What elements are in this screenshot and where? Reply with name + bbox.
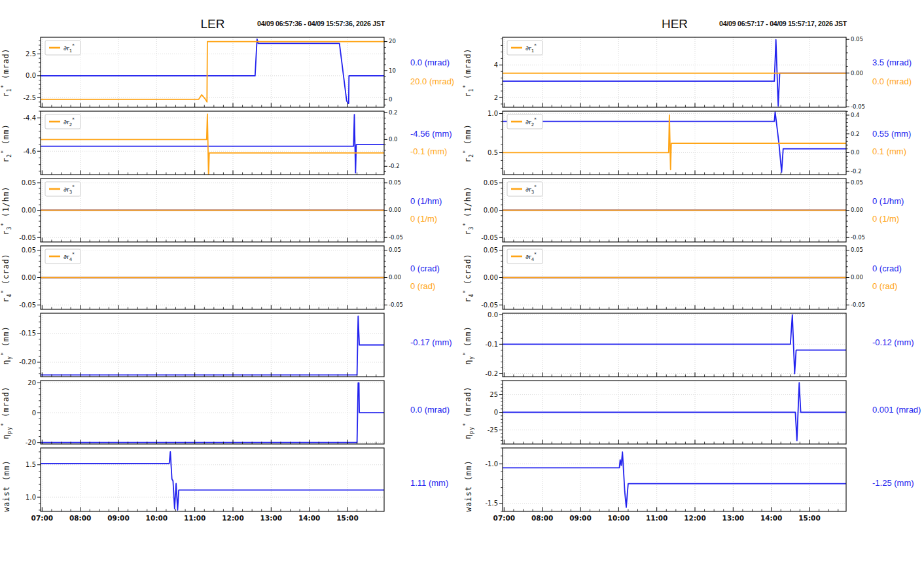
- x-tick-label: 15:00: [798, 514, 820, 522]
- series-her-etay-blue: [503, 315, 846, 373]
- svg-text:-0.2: -0.2: [389, 163, 400, 169]
- panel-ler-r4: r4* (crad)0.050.00-0.050.050.00-0.05∂r4*…: [0, 244, 462, 311]
- svg-text:20: 20: [389, 38, 396, 44]
- svg-text:0.05: 0.05: [22, 247, 36, 254]
- value-readouts-her-etapy: 0.001 (mrad): [868, 379, 924, 446]
- x-tick-label: 13:00: [722, 514, 744, 522]
- svg-text:0.05: 0.05: [389, 179, 401, 186]
- chart-ler-etapy: 200-20: [13, 379, 406, 446]
- her-time-range: 04/09 06:57:17 - 04/09 15:57:17, 2026 JS…: [719, 20, 847, 27]
- svg-text:-0.15: -0.15: [19, 330, 36, 337]
- panel-her-r4: r4* (crad)0.050.00-0.050.050.00-0.05∂r4*…: [462, 244, 924, 311]
- x-tick-label: 11:00: [646, 514, 667, 522]
- svg-text:-0.2: -0.2: [485, 370, 498, 377]
- svg-text:0: 0: [389, 96, 392, 103]
- current-value-blue: -4.56 (mm): [410, 129, 452, 139]
- current-value-orange: 20.0 (mrad): [410, 77, 454, 86]
- svg-text:0.05: 0.05: [851, 179, 863, 186]
- x-tick-label: 10:00: [608, 514, 630, 522]
- x-tick-label: 07:00: [31, 514, 53, 522]
- chart-her-etapy: 250-25: [475, 379, 868, 446]
- panel-her-r1: r1* (mrad)420.050.00-0.05∂r1*3.5 (mrad)0…: [462, 35, 924, 109]
- svg-text:-0.2: -0.2: [851, 168, 862, 175]
- chart-her-etay: 0.0-0.1-0.2: [475, 311, 868, 379]
- y-axis-label-r1: r1* (mrad): [0, 35, 13, 109]
- y-axis-label-etay: ηy* (mm): [0, 311, 13, 379]
- y-axis-label-waist: waist (mm): [0, 446, 13, 525]
- series-her-waist-blue: [503, 452, 846, 507]
- svg-text:0.05: 0.05: [851, 36, 863, 43]
- y-axis-label-r4: r4* (crad): [462, 244, 475, 311]
- value-readouts-her-r1: 3.5 (mrad)0.0 (mrad): [868, 35, 924, 109]
- svg-text:0.2: 0.2: [851, 131, 860, 137]
- panel-ler-etapy: ηpy* (mrad)200-200.0 (mrad): [0, 379, 462, 446]
- series-her-r2-blue: [503, 112, 846, 172]
- y-axis-label-etay: ηy* (mm): [462, 311, 475, 379]
- x-tick-label: 12:00: [222, 514, 243, 522]
- y-axis-label-r2: r2* (mm): [0, 109, 13, 177]
- value-readouts-ler-etapy: 0.0 (mrad): [406, 379, 462, 446]
- svg-text:-4.6: -4.6: [23, 148, 36, 155]
- current-value-orange: 0 (rad): [410, 281, 435, 290]
- ler-time-range: 04/09 06:57:36 - 04/09 15:57:36, 2026 JS…: [257, 20, 385, 27]
- svg-text:-25: -25: [488, 426, 498, 434]
- chart-her-r2: 1.00.50.40.20.0-0.2∂r2*: [475, 109, 868, 177]
- chart-ler-r3: 0.050.00-0.050.050.00-0.05∂r3*: [13, 177, 406, 244]
- current-value-blue: 0.001 (mrad): [872, 405, 921, 415]
- svg-text:-0.05: -0.05: [389, 234, 403, 241]
- series-ler-waist-blue: [41, 452, 384, 510]
- chart-ler-r1: 2.50.0-2.520100∂r1*: [13, 35, 406, 109]
- svg-text:2.5: 2.5: [26, 50, 36, 58]
- chart-ler-r2: -4.4-4.60.20.0-0.2∂r2*: [13, 109, 406, 177]
- svg-text:0.0: 0.0: [488, 311, 498, 318]
- x-tick-label: 13:00: [260, 514, 282, 522]
- y-axis-label-etapy: ηpy* (mrad): [462, 379, 475, 446]
- current-value-blue: 0 (1/hm): [872, 196, 904, 206]
- series-her-etapy-blue: [503, 383, 846, 440]
- current-value-blue: -0.12 (mm): [872, 337, 914, 347]
- panel-her-r2: r2* (mm)1.00.50.40.20.0-0.2∂r2*0.55 (mm)…: [462, 109, 924, 177]
- x-tick-label: 09:00: [107, 514, 129, 522]
- x-tick-label: 08:00: [69, 514, 91, 522]
- ler-header: LER04/09 06:57:36 - 04/09 15:57:36, 2026…: [0, 17, 462, 35]
- value-readouts-her-r3: 0 (1/hm)0 (1/m): [868, 177, 924, 244]
- panel-ler-etay: ηy* (mm)-0.15-0.20-0.17 (mm): [0, 311, 462, 379]
- series-ler-r1-orange: [41, 42, 384, 102]
- svg-text:0.05: 0.05: [22, 179, 36, 186]
- value-readouts-her-r2: 0.55 (mm)0.1 (mm): [868, 109, 924, 177]
- svg-text:0.00: 0.00: [851, 207, 863, 213]
- svg-text:0.05: 0.05: [851, 247, 863, 253]
- svg-text:0: 0: [494, 409, 498, 416]
- svg-text:0.00: 0.00: [484, 207, 498, 214]
- series-her-r2-orange: [503, 115, 846, 169]
- current-value-orange: 0.0 (mrad): [872, 77, 912, 86]
- svg-text:-0.20: -0.20: [19, 358, 36, 366]
- y-axis-label-r2: r2* (mm): [462, 109, 475, 177]
- svg-text:-4.4: -4.4: [23, 114, 36, 122]
- svg-text:-0.1: -0.1: [485, 341, 498, 348]
- current-value-blue: 0 (crad): [410, 264, 440, 273]
- series-ler-r1-blue: [41, 39, 384, 103]
- svg-text:4: 4: [494, 61, 498, 69]
- ler-title: LER: [201, 17, 225, 31]
- chart-her-waist: -1.0-1.507:0008:0009:0010:0011:0012:0013…: [475, 446, 868, 525]
- svg-text:0.00: 0.00: [851, 70, 863, 77]
- svg-text:-2.5: -2.5: [23, 94, 36, 101]
- svg-text:0.0: 0.0: [851, 149, 860, 156]
- series-ler-r2-blue: [41, 114, 384, 173]
- chart-ler-etay: -0.15-0.20: [13, 311, 406, 379]
- panel-ler-r2: r2* (mm)-4.4-4.60.20.0-0.2∂r2*-4.56 (mm)…: [0, 109, 462, 177]
- svg-text:-20: -20: [26, 439, 36, 446]
- panel-ler-r3: r3* (1/hm)0.050.00-0.050.050.00-0.05∂r3*…: [0, 177, 462, 244]
- current-value-blue: 0 (1/hm): [410, 196, 442, 206]
- svg-text:-0.05: -0.05: [389, 301, 403, 308]
- current-value-orange: 0 (1/m): [872, 213, 899, 223]
- svg-text:0.05: 0.05: [484, 179, 498, 186]
- optics-monitor-window: LER04/09 06:57:36 - 04/09 15:57:36, 2026…: [0, 0, 924, 565]
- x-tick-label: 11:00: [184, 514, 205, 522]
- current-value-orange: 0.1 (mm): [872, 146, 906, 156]
- svg-text:0.5: 0.5: [488, 149, 498, 156]
- current-value-orange: -0.1 (mm): [410, 146, 447, 156]
- svg-text:-1.5: -1.5: [485, 500, 498, 507]
- svg-text:0.0: 0.0: [389, 136, 398, 143]
